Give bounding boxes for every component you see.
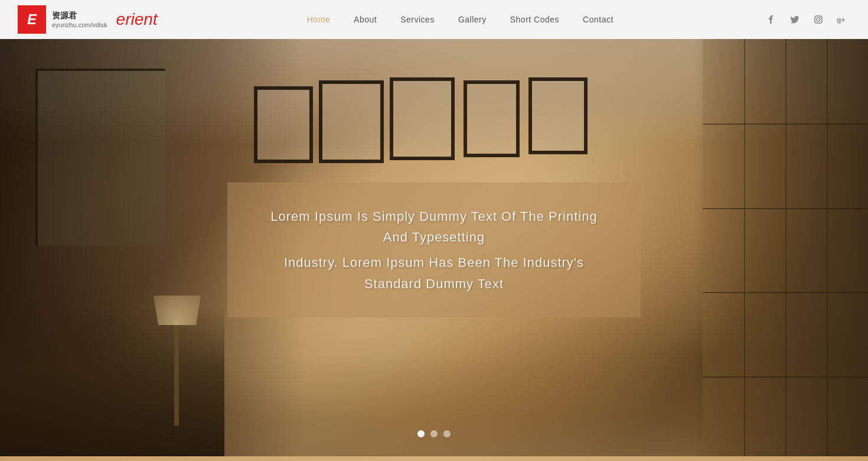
logo-brand-prefix: e bbox=[116, 10, 126, 28]
hero-text-overlay: Lorem Ipsum Is Simply Dummy Text Of The … bbox=[227, 183, 641, 318]
logo-icon: E bbox=[18, 5, 46, 34]
twitter-icon[interactable] bbox=[787, 11, 803, 28]
slider-dot-1[interactable] bbox=[417, 430, 425, 437]
logo-area: E 资源君 eyunzhu.com/vdisk erient bbox=[18, 5, 158, 34]
logo-url: eyunzhu.com/vdisk bbox=[52, 21, 107, 28]
main-nav: Home About Services Gallery Short Codes … bbox=[307, 15, 614, 24]
nav-about[interactable]: About bbox=[354, 15, 377, 24]
svg-text:g+: g+ bbox=[837, 16, 845, 24]
logo-brand-name: rient bbox=[125, 10, 157, 28]
svg-point-1 bbox=[817, 18, 820, 21]
social-icons: g+ bbox=[763, 11, 850, 28]
svg-point-2 bbox=[820, 17, 821, 18]
sofa-silhouette bbox=[0, 307, 224, 461]
lamp-shade bbox=[154, 296, 201, 325]
slider-dots bbox=[417, 430, 451, 437]
nav-short-codes[interactable]: Short Codes bbox=[510, 15, 559, 24]
logo-text: 资源君 eyunzhu.com/vdisk bbox=[52, 11, 107, 28]
svg-rect-0 bbox=[815, 16, 822, 23]
slider-dot-3[interactable] bbox=[443, 430, 451, 437]
nav-home[interactable]: Home bbox=[307, 15, 330, 24]
nav-services[interactable]: Services bbox=[400, 15, 435, 24]
header: E 资源君 eyunzhu.com/vdisk erient Home Abou… bbox=[0, 0, 868, 39]
hero-title-line1: Lorem Ipsum Is Simply Dummy Text Of The … bbox=[263, 206, 605, 248]
logo-chinese: 资源君 bbox=[52, 11, 107, 21]
nav-contact[interactable]: Contact bbox=[583, 15, 614, 24]
hero-section: Lorem Ipsum Is Simply Dummy Text Of The … bbox=[0, 39, 868, 461]
logo-brand: erient bbox=[116, 10, 158, 29]
lamp-pole bbox=[174, 319, 179, 426]
window-frame bbox=[35, 69, 165, 246]
googleplus-icon[interactable]: g+ bbox=[834, 11, 850, 28]
nav-gallery[interactable]: Gallery bbox=[458, 15, 487, 24]
facebook-icon[interactable] bbox=[763, 11, 779, 28]
bottom-accent-bar bbox=[0, 456, 868, 461]
hero-title-line2: Industry. Lorem Ipsum Has Been The Indus… bbox=[263, 252, 605, 294]
slider-dot-2[interactable] bbox=[430, 430, 438, 437]
instagram-icon[interactable] bbox=[810, 11, 827, 28]
